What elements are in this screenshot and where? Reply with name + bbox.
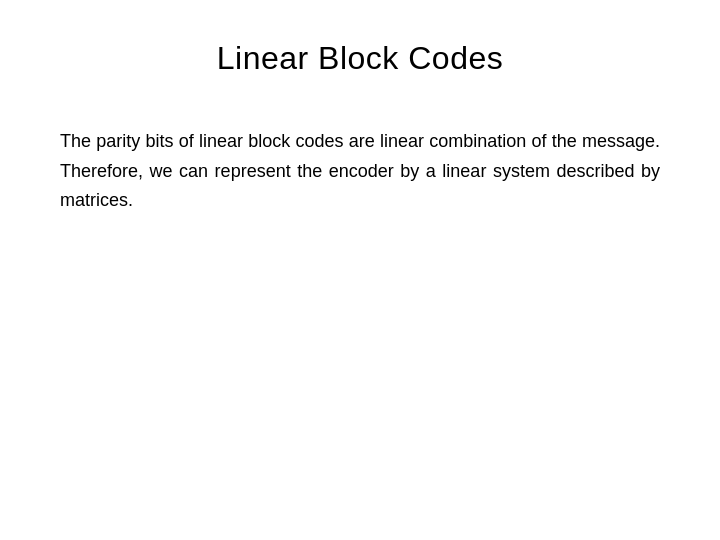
slide-title: Linear Block Codes <box>60 40 660 77</box>
slide-container: Linear Block Codes The parity bits of li… <box>0 0 720 540</box>
slide-body: The parity bits of linear block codes ar… <box>60 127 660 216</box>
